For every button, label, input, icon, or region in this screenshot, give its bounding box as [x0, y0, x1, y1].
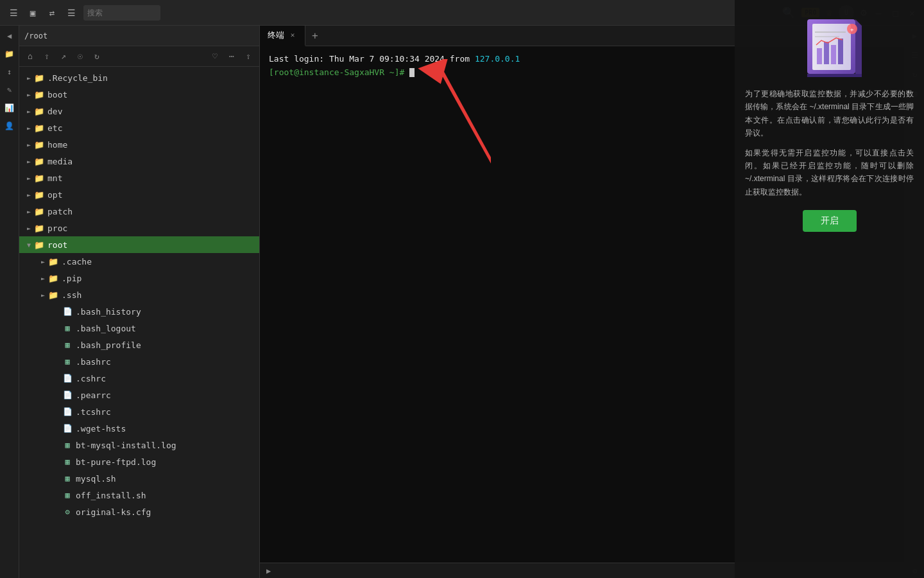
- tree-arrow-bashrc: [53, 357, 62, 366]
- sidebar-monitor-icon[interactable]: 📊: [3, 101, 17, 115]
- monitoring-popup: + 为了更稳确地获取监控数据，并减少不必要的数据传输，系统会在 ~/.xterm…: [735, 26, 924, 578]
- tree-item-mnt[interactable]: ►📁mnt: [19, 170, 259, 186]
- tree-item-etc[interactable]: ►📁etc: [19, 119, 259, 136]
- tree-icon-dev: 📁: [33, 105, 45, 117]
- split-icon[interactable]: ⇄: [45, 6, 59, 20]
- tree-label-media: media: [47, 157, 73, 166]
- tree-item-cache[interactable]: ►📁.cache: [19, 253, 259, 270]
- tree-arrow-proc: ►: [24, 223, 33, 232]
- up-btn[interactable]: ⇧: [40, 49, 54, 64]
- tree-label-boot: boot: [47, 90, 67, 100]
- tab-add-button[interactable]: +: [305, 30, 325, 42]
- svg-text:+: +: [850, 26, 854, 33]
- tree-item-wget_hsts[interactable]: 📄.wget-hsts: [19, 420, 259, 437]
- tree-item-bashrc[interactable]: ▦.bashrc: [19, 353, 259, 370]
- left-icon-sidebar: ◀ 📁 ↕ ✎ 📊 👤: [0, 26, 19, 578]
- popup-illustration: +: [785, 26, 875, 77]
- tree-item-pip[interactable]: ►📁.pip: [19, 270, 259, 286]
- sidebar-transfer-icon[interactable]: ↕: [3, 65, 17, 79]
- tree-item-mysql_sh[interactable]: ▦mysql.sh: [19, 470, 259, 487]
- tree-icon-bashrc: ▦: [62, 356, 73, 367]
- list-icon[interactable]: ☰: [64, 6, 78, 20]
- tree-label-dev: dev: [47, 107, 62, 116]
- terminal-tab-main[interactable]: 终端 ✕: [260, 26, 305, 46]
- sidebar-edit-icon[interactable]: ✎: [3, 83, 17, 97]
- tree-icon-original_ks: ⚙: [62, 506, 73, 518]
- breadcrumb: /root: [24, 31, 47, 40]
- menu-icon[interactable]: ☰: [6, 6, 21, 20]
- tree-item-bt_mysql[interactable]: ▦bt-mysql-install.log: [19, 437, 259, 453]
- tree-icon-bash_profile: ▦: [62, 339, 73, 351]
- eye-btn[interactable]: ☉: [73, 49, 87, 64]
- tree-item-bash_logout[interactable]: ▦.bash_logout: [19, 320, 259, 337]
- new-file-btn[interactable]: ↗: [56, 49, 71, 64]
- tree-arrow-cshrc: [53, 374, 62, 383]
- file-tree-panel: /root ⌂ ⇧ ↗ ☉ ↻ ♡ ⋯ ⇧ ►📁.Recycle_bin►📁bo…: [19, 26, 260, 578]
- tree-item-proc[interactable]: ►📁proc: [19, 220, 259, 236]
- tree-label-mysql_sh: mysql.sh: [76, 474, 116, 484]
- tree-item-bt_ftpd[interactable]: ▦bt-pure-ftpd.log: [19, 453, 259, 470]
- tree-icon-patch: 📁: [33, 206, 45, 217]
- tree-item-patch[interactable]: ►📁patch: [19, 203, 259, 220]
- tree-item-bash_history[interactable]: 📄.bash_history: [19, 303, 259, 320]
- tree-item-cshrc[interactable]: 📄.cshrc: [19, 370, 259, 387]
- tree-arrow-mysql_sh: [53, 474, 62, 483]
- tree-label-off_install: off_install.sh: [76, 491, 146, 500]
- terminal-tab-label: 终端: [268, 30, 284, 41]
- tree-arrow-dev: ►: [24, 107, 33, 116]
- svg-marker-5: [855, 26, 862, 74]
- tree-icon-cshrc: 📄: [62, 372, 73, 384]
- tree-label-original_ks: original-ks.cfg: [76, 507, 151, 517]
- tree-label-bash_logout: .bash_logout: [76, 324, 136, 333]
- tree-item-media[interactable]: ►📁media: [19, 153, 259, 170]
- search-input[interactable]: [83, 5, 160, 21]
- tree-icon-off_install: ▦: [62, 489, 73, 501]
- cursor: [409, 68, 415, 77]
- svg-rect-8: [817, 48, 822, 64]
- tree-item-original_ks[interactable]: ⚙original-ks.cfg: [19, 504, 259, 520]
- svg-rect-11: [838, 39, 843, 64]
- new-tab-icon[interactable]: ▣: [26, 6, 40, 20]
- tree-item-off_install[interactable]: ▦off_install.sh: [19, 487, 259, 504]
- tree-label-mnt: mnt: [47, 173, 62, 183]
- tree-arrow-recycle: ►: [24, 73, 33, 82]
- tree-arrow-wget_hsts: [53, 424, 62, 433]
- tree-icon-recycle: 📁: [33, 72, 45, 83]
- tree-arrow-boot: ►: [24, 90, 33, 99]
- tree-item-recycle[interactable]: ►📁.Recycle_bin: [19, 69, 259, 86]
- tree-label-bt_mysql: bt-mysql-install.log: [76, 441, 176, 450]
- tree-label-cshrc: .cshrc: [76, 374, 106, 383]
- tree-label-opt: opt: [47, 190, 62, 200]
- tree-item-root[interactable]: ▼📁root: [19, 236, 259, 253]
- upload-btn[interactable]: ⇧: [241, 49, 255, 64]
- tree-icon-home: 📁: [33, 139, 45, 150]
- popup-description-1: 为了更稳确地获取监控数据，并减少不必要的数据传输，系统会在 ~/.xtermin…: [745, 87, 914, 140]
- tree-item-pearrc[interactable]: 📄.pearrc: [19, 387, 259, 403]
- sidebar-user-icon[interactable]: 👤: [3, 119, 17, 133]
- tree-item-dev[interactable]: ►📁dev: [19, 103, 259, 119]
- tree-icon-boot: 📁: [33, 89, 45, 100]
- open-monitoring-button[interactable]: 开启: [803, 210, 857, 232]
- tree-item-boot[interactable]: ►📁boot: [19, 86, 259, 103]
- ellipsis-btn[interactable]: ⋯: [225, 49, 239, 64]
- tree-arrow-off_install: [53, 491, 62, 500]
- tree-arrow-tcshrc: [53, 407, 62, 416]
- tree-arrow-bash_logout: [53, 324, 62, 333]
- tree-icon-wget_hsts: 📄: [62, 423, 73, 434]
- refresh-btn[interactable]: ↻: [90, 49, 104, 64]
- home-btn[interactable]: ⌂: [23, 49, 37, 64]
- tree-item-opt[interactable]: ►📁opt: [19, 186, 259, 203]
- tree-arrow-ssh: ►: [38, 290, 47, 299]
- tree-icon-root: 📁: [33, 239, 45, 250]
- tree-item-ssh[interactable]: ►📁.ssh: [19, 286, 259, 303]
- sidebar-files-icon[interactable]: 📁: [3, 47, 17, 61]
- tree-label-cache: .cache: [62, 257, 92, 267]
- tree-item-tcshrc[interactable]: 📄.tcshrc: [19, 403, 259, 420]
- tree-arrow-opt: ►: [24, 190, 33, 199]
- heart-btn[interactable]: ♡: [208, 49, 222, 64]
- main-content: ◀ 📁 ↕ ✎ 📊 👤 /root ⌂ ⇧ ↗ ☉ ↻ ♡ ⋯ ⇧ ►📁.Rec…: [0, 26, 924, 578]
- tree-item-bash_profile[interactable]: ▦.bash_profile: [19, 337, 259, 353]
- tab-close-icon[interactable]: ✕: [288, 31, 297, 40]
- sidebar-collapse-icon[interactable]: ◀: [3, 29, 17, 43]
- tree-item-home[interactable]: ►📁home: [19, 136, 259, 153]
